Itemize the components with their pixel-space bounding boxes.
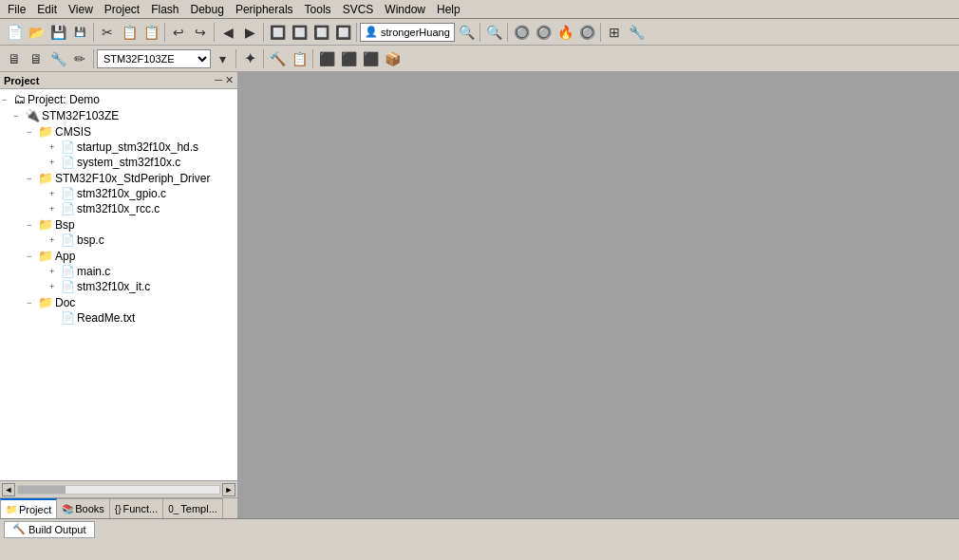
new-btn[interactable]: 📄 (4, 22, 25, 43)
tree-node-rcc[interactable]: + 📄 stm32f10x_rcc.c (0, 201, 237, 216)
menu-svcs[interactable]: SVCS (337, 1, 380, 18)
tab-project-label: Project (19, 504, 51, 515)
undo-btn[interactable]: ↩ (168, 22, 189, 43)
user-search-btn[interactable]: 🔍 (456, 22, 477, 43)
tb2-copy-btn[interactable]: 📋 (289, 48, 310, 69)
hscroll-thumb[interactable] (18, 486, 66, 494)
tree-node-main[interactable]: + 📄 main.c (0, 264, 237, 279)
expand-bspc[interactable]: + (49, 235, 61, 245)
file-it-icon: 📄 (61, 280, 75, 293)
menu-flash[interactable]: Flash (145, 1, 184, 18)
readme-label: ReadMe.txt (77, 311, 135, 325)
device-combo-arrow[interactable]: ▾ (212, 48, 233, 69)
cut-btn[interactable]: ✂ (97, 22, 118, 43)
menu-view[interactable]: View (63, 1, 99, 18)
main-label: main.c (77, 265, 110, 278)
tab-funct-icon: {} (115, 504, 122, 514)
save-all-btn[interactable]: 💾 (69, 22, 90, 43)
tree-node-stdperiph[interactable]: − 📁 STM32F10x_StdPeriph_Driver (0, 170, 237, 186)
bsp-label: Bsp (55, 218, 75, 232)
copy-btn[interactable]: 📋 (119, 22, 140, 43)
menu-file[interactable]: File (2, 1, 31, 18)
expand-gpio[interactable]: + (49, 189, 61, 198)
btn-t5[interactable]: ⊞ (604, 22, 625, 43)
toolbar2-sep3 (263, 49, 264, 68)
tab-templ[interactable]: 0_ Templ... (163, 498, 223, 518)
tb2-flash-btn[interactable]: ⬛ (316, 48, 337, 69)
tb2-btn4[interactable]: ✏ (69, 48, 90, 69)
panel-minimize-icon[interactable]: ─ (215, 74, 222, 86)
tab-funct[interactable]: {} Funct... (110, 498, 163, 518)
tb2-down-btn[interactable]: ⬛ (338, 48, 359, 69)
tree-node-readme[interactable]: 📄 ReadMe.txt (0, 310, 237, 326)
tb2-magic-btn[interactable]: ✦ (239, 48, 260, 69)
tb2-btn1[interactable]: 🖥 (4, 48, 25, 69)
tree-node-demo[interactable]: − 🗂 Project: Demo (0, 91, 237, 107)
expand-startup[interactable]: + (49, 142, 61, 152)
find3-btn[interactable]: 🔲 (310, 22, 331, 43)
toolbar-sep6 (480, 23, 480, 42)
tree-node-it[interactable]: + 📄 stm32f10x_it.c (0, 279, 237, 294)
find-btn[interactable]: 🔲 (267, 22, 288, 43)
project-tree: − 🗂 Project: Demo − 🔌 STM32F103ZE − 📁 CM… (0, 89, 237, 480)
device-combo[interactable]: STM32F103ZE (97, 49, 211, 68)
expand-doc[interactable]: − (27, 298, 38, 308)
tb2-build-btn[interactable]: 🔨 (267, 48, 288, 69)
tab-project[interactable]: 📁 Project (0, 498, 57, 518)
tree-node-cmsis[interactable]: − 📁 CMSIS (0, 123, 237, 140)
btn-t3[interactable]: 🔥 (555, 22, 575, 43)
build-output-label: Build Output (28, 524, 86, 535)
tree-node-bspc[interactable]: + 📄 bsp.c (0, 233, 237, 248)
tb2-btn3[interactable]: 🔧 (47, 48, 68, 69)
expand-app[interactable]: − (27, 252, 38, 261)
tree-node-app[interactable]: − 📁 App (0, 248, 237, 264)
toolbar2: 🖥 🖥 🔧 ✏ STM32F103ZE ▾ ✦ 🔨 📋 ⬛ ⬛ ⬛ 📦 (0, 46, 959, 72)
btn-t4[interactable]: 🔘 (576, 22, 597, 43)
save-btn[interactable]: 💾 (47, 22, 68, 43)
expand-rcc[interactable]: + (49, 204, 61, 214)
menu-help[interactable]: Help (431, 1, 466, 18)
find2-btn[interactable]: 🔲 (289, 22, 310, 43)
statusbar-tab-build-output[interactable]: 🔨 Build Output (4, 521, 95, 538)
expand-cmsis[interactable]: − (27, 127, 38, 137)
toolbar-sep8 (600, 23, 601, 42)
expand-demo[interactable]: − (2, 95, 13, 104)
expand-stdperiph[interactable]: − (27, 174, 38, 183)
menu-tools[interactable]: Tools (299, 1, 337, 18)
panel-close-icon[interactable]: ✕ (225, 74, 234, 86)
tree-node-gpio[interactable]: + 📄 stm32f10x_gpio.c (0, 186, 237, 201)
tree-node-startup[interactable]: + 📄 startup_stm32f10x_hd.s (0, 140, 237, 155)
hscroll-right-btn[interactable]: ► (222, 483, 235, 496)
nav-fwd-btn[interactable]: ▶ (239, 22, 260, 43)
nav-back-btn[interactable]: ◀ (217, 22, 238, 43)
tb2-btn2[interactable]: 🖥 (26, 48, 47, 69)
btn-t6[interactable]: 🔧 (626, 22, 647, 43)
toolbar-sep3 (214, 23, 215, 42)
menu-project[interactable]: Project (99, 1, 145, 18)
btn-t2[interactable]: 🔘 (533, 22, 554, 43)
menu-peripherals[interactable]: Peripherals (230, 1, 299, 18)
redo-btn[interactable]: ↪ (190, 22, 211, 43)
search-btn[interactable]: 🔍 (483, 22, 504, 43)
menu-window[interactable]: Window (379, 1, 431, 18)
tree-node-system[interactable]: + 📄 system_stm32f10x.c (0, 155, 237, 170)
btn-t1[interactable]: 🔘 (511, 22, 532, 43)
find4-btn[interactable]: 🔲 (332, 22, 353, 43)
open-btn[interactable]: 📂 (26, 22, 47, 43)
tab-books[interactable]: 📚 Books (57, 498, 110, 518)
tree-node-bsp[interactable]: − 📁 Bsp (0, 216, 237, 233)
expand-it[interactable]: + (49, 282, 61, 291)
hscroll-left-btn[interactable]: ◄ (2, 483, 15, 496)
tab-books-label: Books (75, 503, 104, 514)
menu-debug[interactable]: Debug (185, 1, 230, 18)
paste-btn[interactable]: 📋 (141, 22, 161, 43)
expand-bsp[interactable]: − (27, 220, 38, 230)
expand-main[interactable]: + (49, 267, 61, 276)
tree-node-doc[interactable]: − 📁 Doc (0, 294, 237, 310)
tb2-pack-btn[interactable]: 📦 (382, 48, 403, 69)
tree-node-stm32[interactable]: − 🔌 STM32F103ZE (0, 107, 237, 123)
tb2-up-btn[interactable]: ⬛ (360, 48, 381, 69)
menu-edit[interactable]: Edit (31, 1, 63, 18)
expand-stm32[interactable]: − (13, 111, 25, 121)
expand-system[interactable]: + (49, 158, 61, 167)
